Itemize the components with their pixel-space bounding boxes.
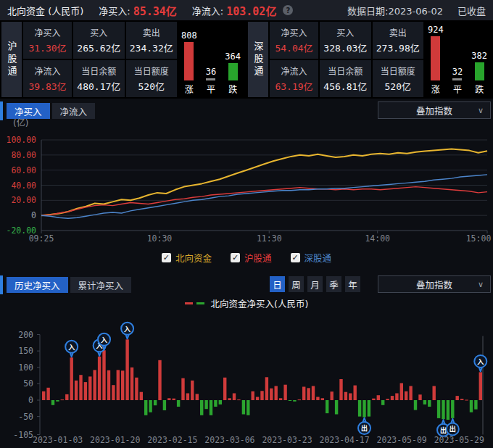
bar <box>437 400 440 418</box>
bar <box>214 400 217 407</box>
panel-cell: 净买入31.30亿 <box>23 22 72 59</box>
overlay-index-dropdown[interactable]: 叠加指数 ∨ <box>378 101 491 119</box>
y-tick-label: 80.00 <box>1 150 36 160</box>
bar <box>283 385 286 400</box>
bar <box>42 391 45 400</box>
period-button-月[interactable]: 月 <box>307 276 323 292</box>
bar-legend-label: 北向资金净买入(人民币) <box>211 296 309 310</box>
bar <box>349 394 352 401</box>
legend-label: 北向资金 <box>175 251 212 265</box>
bar <box>423 400 426 405</box>
market-status: 已收盘 <box>457 4 486 17</box>
y-tick-label: 100 <box>0 362 33 373</box>
y-tick-label: 60.00 <box>1 165 36 175</box>
cell-value: 54.04亿 <box>275 41 312 54</box>
y-tick-label: -50 <box>0 412 33 422</box>
outflow-marker-pin: 出 <box>447 419 459 436</box>
tab-累计净买入[interactable]: 累计净买入 <box>70 277 132 293</box>
panel-cell: 卖出234.32亿 <box>126 22 177 59</box>
bar <box>368 400 370 417</box>
bar <box>158 360 161 400</box>
bar <box>107 370 110 400</box>
cell-value: 520亿 <box>385 79 411 93</box>
marker-glyph: 出 <box>361 424 368 432</box>
cell-value: 265.62亿 <box>77 41 120 54</box>
bar <box>331 391 334 400</box>
count-name: 平 <box>453 83 462 95</box>
date-label: 2023-03-06 <box>204 435 254 445</box>
chevron-down-icon: ∨ <box>478 106 484 115</box>
bar <box>279 398 282 400</box>
count-bar <box>228 63 238 80</box>
bar <box>354 386 357 400</box>
bar <box>470 400 473 412</box>
net-flow-value: 103.02亿 <box>226 3 276 18</box>
checkbox-checked-icon[interactable]: ✓ <box>291 253 300 262</box>
marker-glyph: 出 <box>450 425 456 433</box>
tab-历史净买入[interactable]: 历史净买入 <box>7 277 68 293</box>
panel-cell: 买入328.03亿 <box>320 22 370 59</box>
bar <box>144 400 147 415</box>
cell-label: 净买入 <box>35 26 61 38</box>
bar <box>298 399 301 400</box>
bar <box>102 350 105 400</box>
bar <box>167 398 170 400</box>
bar <box>228 398 231 400</box>
inflow-marker-pin: 入 <box>474 355 486 372</box>
bar <box>200 400 203 415</box>
bar <box>307 388 310 400</box>
bar <box>479 372 482 400</box>
count-name: 跌 <box>228 83 237 95</box>
legend-item-深股通[interactable]: ✓深股通 <box>291 251 332 265</box>
date-axis: 2023-01-032023-01-202023-02-152023-03-06… <box>33 435 484 445</box>
panel-cell: 当日额度520亿 <box>373 60 423 97</box>
advance-decline-column: 382跌 <box>471 51 487 95</box>
bar <box>242 400 245 415</box>
legend-item-北向资金[interactable]: ✓北向资金 <box>162 251 212 265</box>
intraday-section-header: 净买入净流入 叠加指数 ∨ <box>0 101 493 120</box>
bar <box>302 387 305 401</box>
count-label: 924 <box>428 25 444 35</box>
bar <box>61 399 64 400</box>
marker-glyph: 入 <box>100 336 107 344</box>
date-label: 2023-05-09 <box>377 435 427 445</box>
bar <box>84 382 87 400</box>
connect-panel: 沪股通净买入31.30亿买入265.62亿卖出234.32亿净流入39.83亿当… <box>1 22 245 97</box>
connect-panels: 沪股通净买入31.30亿买入265.62亿卖出234.32亿净流入39.83亿当… <box>0 20 493 99</box>
checkbox-checked-icon[interactable]: ✓ <box>162 253 171 262</box>
period-button-周[interactable]: 周 <box>289 276 304 292</box>
bar <box>154 400 157 405</box>
period-button-季[interactable]: 季 <box>326 276 341 292</box>
checkbox-checked-icon[interactable]: ✓ <box>231 253 240 262</box>
cell-label: 买入 <box>90 26 107 38</box>
cell-label: 卖出 <box>143 26 160 38</box>
x-tick-label: 10:30 <box>136 233 183 244</box>
panel-cell: 当日额度520亿 <box>126 60 177 97</box>
tab-净流入[interactable]: 净流入 <box>52 103 96 119</box>
legend-label: 沪股通 <box>244 251 272 265</box>
marker-glyph: 出 <box>440 426 447 434</box>
bar <box>339 379 342 400</box>
bar <box>451 400 454 418</box>
x-tick-label: 14:00 <box>355 233 401 244</box>
count-name: 涨 <box>185 83 194 95</box>
period-button-年[interactable]: 年 <box>345 276 360 292</box>
bar <box>460 399 463 400</box>
series-line-沪股通 <box>41 187 487 216</box>
net-buy-summary: 净买入: 85.34亿 <box>99 3 177 18</box>
bar <box>252 391 254 400</box>
overlay-index-dropdown-2[interactable]: 叠加指数 ∨ <box>378 275 491 293</box>
cell-value: 328.03亿 <box>323 41 367 54</box>
bar <box>275 386 278 401</box>
bar <box>358 400 361 417</box>
legend-item-沪股通[interactable]: ✓沪股通 <box>231 251 272 265</box>
top-info-bar: 北向资金 (人民币) 净买入: 85.34亿 净流入: 103.02亿 ? 数据… <box>0 0 493 20</box>
cell-label: 净买入 <box>281 26 307 38</box>
bar <box>344 392 347 400</box>
bar <box>75 381 78 400</box>
count-bar <box>184 42 194 80</box>
count-label: 382 <box>471 51 487 61</box>
info-icon[interactable]: ? <box>283 5 293 15</box>
period-button-日[interactable]: 日 <box>270 276 285 292</box>
y-tick-label: 0 <box>1 210 36 220</box>
